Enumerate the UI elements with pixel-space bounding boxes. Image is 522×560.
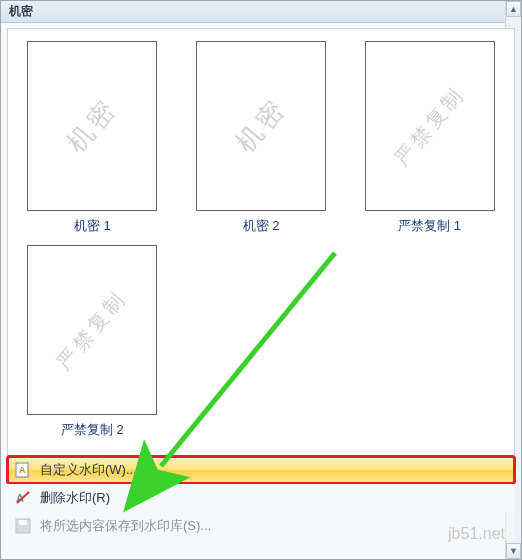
scroll-down-button[interactable]: ▼ bbox=[506, 543, 521, 559]
save-icon bbox=[12, 515, 34, 537]
watermark-thumbnail: 机密 bbox=[27, 41, 157, 211]
menu-item-remove-watermark[interactable]: A 删除水印(R) bbox=[7, 484, 515, 512]
watermark-preview-text: 严禁复制 bbox=[51, 285, 133, 376]
gallery-item[interactable]: 机密 机密 2 bbox=[187, 41, 336, 235]
menu-item-label: 将所选内容保存到水印库(S)... bbox=[40, 517, 211, 535]
gallery-item[interactable]: 严禁复制 严禁复制 2 bbox=[18, 245, 167, 439]
gallery-item-label: 严禁复制 2 bbox=[61, 421, 124, 439]
watermark-thumbnail: 机密 bbox=[196, 41, 326, 211]
watermark-preview-text: 机密 bbox=[60, 92, 125, 160]
watermark-picker-panel: 机密 ▲ ▼ 机密 机密 1 机密 机密 2 严禁复制 严禁复制 1 bbox=[0, 0, 522, 560]
gallery-item-label: 机密 1 bbox=[74, 217, 111, 235]
custom-watermark-icon: A bbox=[12, 459, 34, 481]
menu-item-save-to-library[interactable]: 将所选内容保存到水印库(S)... bbox=[7, 512, 515, 540]
watermark-menu: A 自定义水印(W)... A 删除水印(R) 将所选内容保存到水印库(S bbox=[7, 456, 515, 540]
svg-text:A: A bbox=[19, 465, 26, 475]
chevron-up-icon: ▲ bbox=[509, 4, 518, 14]
section-header-confidential: 机密 bbox=[1, 1, 521, 23]
section-title: 机密 bbox=[9, 4, 33, 18]
watermark-thumbnail: 严禁复制 bbox=[27, 245, 157, 415]
gallery-item[interactable]: 机密 机密 1 bbox=[18, 41, 167, 235]
gallery-item[interactable]: 严禁复制 严禁复制 1 bbox=[355, 41, 504, 235]
watermark-preview-text: 严禁复制 bbox=[388, 81, 470, 172]
menu-item-label: 自定义水印(W)... bbox=[40, 461, 137, 479]
menu-item-label: 删除水印(R) bbox=[40, 489, 110, 507]
chevron-down-icon: ▼ bbox=[509, 546, 518, 556]
scroll-up-button[interactable]: ▲ bbox=[506, 1, 521, 17]
menu-item-custom-watermark[interactable]: A 自定义水印(W)... bbox=[7, 456, 515, 484]
watermark-preview-text: 机密 bbox=[228, 92, 293, 160]
watermark-thumbnail: 严禁复制 bbox=[365, 41, 495, 211]
gallery-item-label: 严禁复制 1 bbox=[398, 217, 461, 235]
svg-rect-5 bbox=[19, 520, 27, 525]
gallery-item-label: 机密 2 bbox=[243, 217, 280, 235]
watermark-gallery: 机密 机密 1 机密 机密 2 严禁复制 严禁复制 1 严禁复制 严禁复制 2 bbox=[7, 28, 515, 456]
remove-watermark-icon: A bbox=[12, 487, 34, 509]
